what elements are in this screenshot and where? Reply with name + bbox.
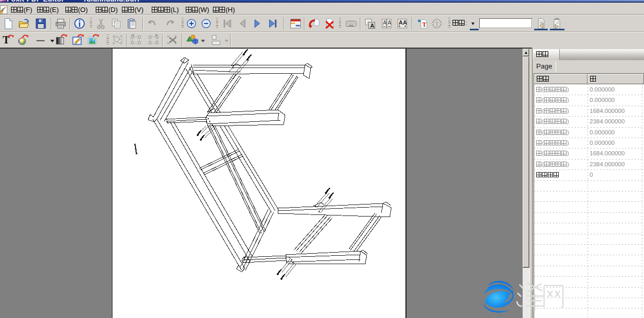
svg-text:AA: AA [399, 19, 407, 26]
svg-text:T: T [435, 20, 439, 28]
svg-text:A: A [388, 20, 391, 26]
svg-text:T: T [422, 21, 426, 28]
svg-text:A: A [370, 22, 375, 29]
svg-text:A: A [383, 20, 387, 26]
